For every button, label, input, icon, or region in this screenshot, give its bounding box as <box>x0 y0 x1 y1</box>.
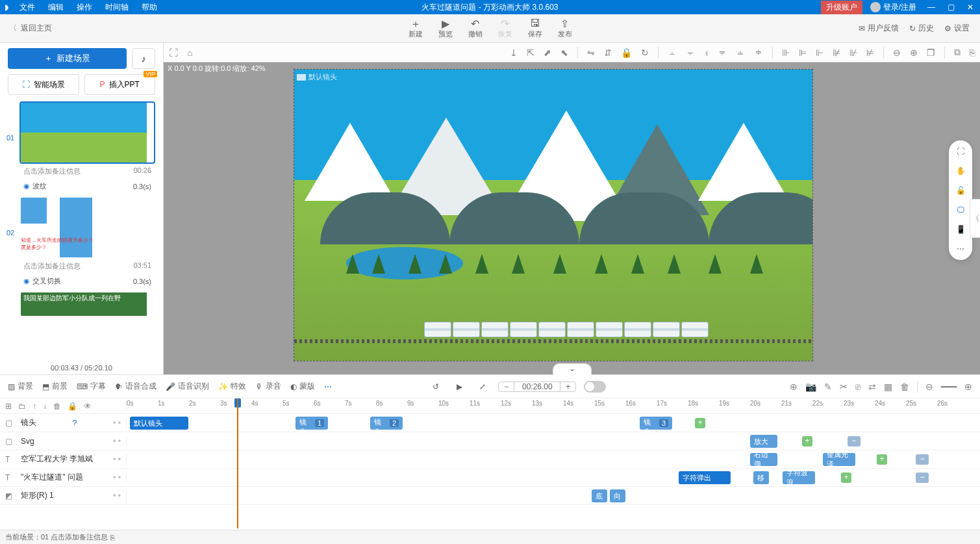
timeline-clip[interactable]: 向 <box>610 489 625 502</box>
scene-thumbnail[interactable]: 知道，火车所走的路程为多少？度是多少？ <box>19 196 155 259</box>
menu-help[interactable]: 帮助 <box>135 2 164 13</box>
snap-toggle[interactable] <box>584 381 606 393</box>
tts-button[interactable]: 🗣语音合成 <box>115 381 157 392</box>
preview-button[interactable]: ▶预览 <box>438 18 453 39</box>
remove-keyframe-button[interactable]: − <box>848 436 861 447</box>
help-icon[interactable]: ? <box>73 419 77 428</box>
menu-timeline[interactable]: 时间轴 <box>99 2 135 13</box>
scene-thumbnail[interactable]: 我国某部边防军小分队成一列在野 <box>19 291 155 317</box>
tl-cut-icon[interactable]: ✂ <box>840 382 848 392</box>
timeline-clip[interactable]: 金属光泽 <box>823 453 855 466</box>
camera-tag[interactable]: 默认镜头 <box>297 72 337 82</box>
hand-icon[interactable]: ✋ <box>956 166 966 175</box>
timeline-clip[interactable]: 移 <box>753 471 769 484</box>
track-label[interactable]: ▢镜头?• • <box>0 417 127 428</box>
more-icon[interactable]: ⋯ <box>957 244 964 253</box>
new-button[interactable]: ＋新建 <box>408 18 423 39</box>
align-bottom-icon[interactable]: ⫩ <box>754 47 763 58</box>
layers-icon[interactable]: ❐ <box>927 47 935 58</box>
flip-v-icon[interactable]: ⇵ <box>604 47 612 58</box>
subtitle-button[interactable]: ⌨字幕 <box>77 381 106 392</box>
tl-tool-icon[interactable]: ⊕ <box>790 382 798 392</box>
zoom-in-icon[interactable]: ⊕ <box>910 47 918 58</box>
stage-frame[interactable]: 默认镜头 <box>294 69 813 361</box>
track-label[interactable]: ▢Svg• • <box>0 437 127 446</box>
collapse-right-panel-button[interactable]: 〈 <box>970 199 980 238</box>
scene-note[interactable]: 点击添加备注信息 <box>23 166 81 176</box>
upgrade-button[interactable]: 升级账户 <box>821 1 862 14</box>
timeline-clip[interactable]: 默认镜头 <box>130 417 188 430</box>
track-label[interactable]: T"火车过隧道" 问题• • <box>0 472 127 483</box>
transition-row[interactable]: ◉波纹0.3(s) <box>19 179 155 194</box>
add-keyframe-button[interactable]: + <box>802 436 812 447</box>
play-button[interactable]: ▶ <box>451 379 467 395</box>
timeline-clip[interactable]: 3 镜头3 <box>640 417 672 430</box>
align-left-icon[interactable]: ⫠ <box>668 47 677 58</box>
mask-button[interactable]: ◐蒙版 <box>290 381 315 392</box>
distribute-icon[interactable]: ⊪ <box>782 47 790 58</box>
new-scene-button[interactable]: ＋新建场景 <box>8 48 127 69</box>
distribute-icon[interactable]: ⊭ <box>866 47 874 58</box>
settings-button[interactable]: ⚙设置 <box>944 23 970 34</box>
up-icon[interactable]: ↑ <box>32 402 36 411</box>
time-ruler[interactable]: 0s1s2s3s4s5s6s7s8s9s10s11s12s13s14s15s16… <box>127 398 980 413</box>
undo-button[interactable]: ↶撤销 <box>468 18 483 39</box>
tl-slider-icon[interactable]: ━━━ <box>941 382 957 392</box>
scene-note[interactable]: 点击添加备注信息 <box>23 261 81 271</box>
back-home-button[interactable]: 〈 返回主页 <box>0 23 61 34</box>
timeline-clip[interactable]: 右边弹 <box>750 453 777 466</box>
asr-button[interactable]: 🎤语音识别 <box>166 381 209 392</box>
folder-icon[interactable]: 🗀 <box>18 402 26 411</box>
tl-edit-icon[interactable]: ✎ <box>824 382 832 392</box>
time-decrease-button[interactable]: − <box>499 382 514 391</box>
track-body[interactable]: + − 字符弹出移字符波浪 <box>127 469 980 486</box>
align-icon[interactable]: ⬉ <box>560 47 568 58</box>
tl-route-icon[interactable]: ⇄ <box>868 382 876 392</box>
background-button[interactable]: ▨背景 <box>8 381 33 392</box>
align-middle-icon[interactable]: ⫨ <box>736 47 745 58</box>
monitor-icon[interactable]: 🖵 <box>957 205 964 214</box>
insert-ppt-button[interactable]: P插入PPTVIP <box>84 74 156 95</box>
track-body[interactable]: 底向 <box>127 487 980 504</box>
down-icon[interactable]: ↓ <box>43 402 47 411</box>
eye-icon[interactable]: 👁 <box>84 402 92 411</box>
timeline-clip[interactable]: 1 镜头1 <box>295 417 328 430</box>
track-body[interactable]: + − 右边弹金属光泽 <box>127 450 980 468</box>
align-icon[interactable]: ⇱ <box>527 47 534 58</box>
unlock-icon[interactable]: 🔓 <box>956 186 966 195</box>
history-button[interactable]: ↻历史 <box>909 23 934 34</box>
tl-camera-icon[interactable]: 📷 <box>805 382 816 392</box>
publish-button[interactable]: ⇪发布 <box>558 18 572 39</box>
tl-group-icon[interactable]: ▦ <box>884 382 892 392</box>
align-top-icon[interactable]: ⫧ <box>718 47 727 58</box>
redo-button[interactable]: ↷恢复 <box>498 18 512 39</box>
trash-icon[interactable]: 🗑 <box>53 402 61 411</box>
feedback-button[interactable]: ✉用户反馈 <box>859 23 899 34</box>
add-keyframe-button[interactable]: + <box>695 418 705 428</box>
stage[interactable]: 默认镜头 <box>294 70 812 361</box>
lock-icon[interactable]: 🔒 <box>621 47 632 58</box>
transition-row[interactable]: ◉交叉切换0.3(s) <box>19 274 155 289</box>
smart-scene-button[interactable]: ⛶智能场景 <box>8 74 79 95</box>
track-body[interactable]: + 默认镜头1 镜头12 镜头23 镜头3 <box>127 414 980 432</box>
zoom-out-icon[interactable]: ⊖ <box>893 47 901 58</box>
camera-tool-icon[interactable]: ⛶ <box>169 47 178 58</box>
distribute-icon[interactable]: ⊩ <box>816 47 823 58</box>
collapse-canvas-button[interactable]: ⌄ <box>553 363 592 375</box>
scene-item[interactable]: 我国某部边防军小分队成一列在野 <box>8 291 155 317</box>
add-track-icon[interactable]: ⊞ <box>5 402 12 411</box>
align-icon[interactable]: ⬈ <box>544 47 551 58</box>
scene-thumbnail[interactable] <box>19 101 155 164</box>
distribute-icon[interactable]: ⊯ <box>833 47 840 58</box>
track-label[interactable]: T空军工程大学 李旭斌• • <box>0 454 127 465</box>
track-body[interactable]: + − 放大 <box>127 432 980 450</box>
window-maximize-button[interactable]: ▢ <box>941 3 961 12</box>
tl-zoom-in-icon[interactable]: ⊕ <box>964 382 972 392</box>
flip-h-icon[interactable]: ⇋ <box>587 47 595 58</box>
fullscreen-icon[interactable]: ⛶ <box>957 147 964 156</box>
effect-button[interactable]: ✨特效 <box>218 381 246 392</box>
timeline-clip[interactable]: 字符波浪 <box>783 471 815 484</box>
window-close-button[interactable]: ✕ <box>961 3 980 12</box>
save-button[interactable]: 🖫保存 <box>528 18 542 39</box>
timeline-clip[interactable]: 放大 <box>750 435 777 448</box>
